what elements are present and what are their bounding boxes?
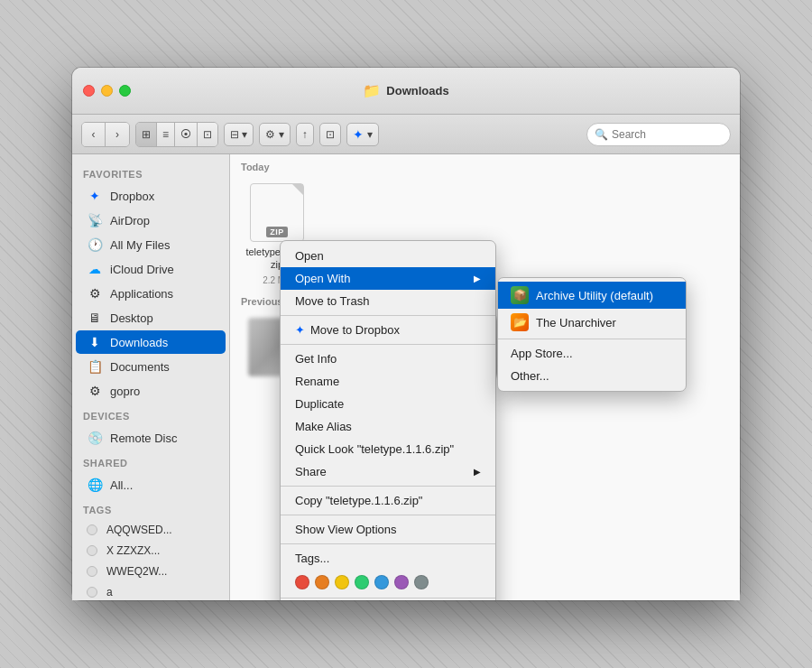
zip-file-icon: ZIP	[250, 183, 304, 242]
dropbox-button[interactable]: ✦ ▾	[346, 123, 379, 146]
tag-dot-red[interactable]	[295, 575, 309, 589]
ctx-tags[interactable]: Tags...	[281, 547, 495, 570]
content-area: Today ZIP teletype.1.1.6.zip 2.2 MB Prev…	[230, 154, 740, 600]
share-button[interactable]: ↑	[296, 123, 314, 146]
ctx-sep-6	[281, 598, 495, 598]
sidebar-label-applications: Applications	[110, 287, 173, 301]
tag-label-2: X ZZXZX...	[106, 544, 160, 557]
sidebar-item-airdrop[interactable]: 📡 AirDrop	[76, 209, 226, 232]
submenu-app-store[interactable]: App Store...	[498, 342, 686, 365]
fullscreen-button[interactable]: ⊡	[319, 123, 341, 146]
sidebar-item-desktop[interactable]: 🖥 Desktop	[76, 306, 226, 329]
all-files-icon: 🕐	[87, 237, 103, 253]
sidebar-item-all-shared[interactable]: 🌐 All...	[76, 473, 226, 496]
sidebar-item-documents[interactable]: 📋 Documents	[76, 355, 226, 378]
tags-header: Tags	[72, 497, 229, 519]
sidebar-label-desktop: Desktop	[110, 311, 153, 325]
tags-dots	[281, 570, 495, 595]
archive-utility-icon: 📦	[511, 286, 529, 304]
close-button[interactable]	[83, 85, 95, 97]
submenu-sep-1	[498, 339, 686, 339]
ctx-get-info-label: Get Info	[295, 352, 481, 366]
ctx-duplicate[interactable]: Duplicate	[281, 393, 495, 415]
sidebar-item-dropbox[interactable]: ✦ Dropbox	[76, 184, 226, 208]
ctx-sep-2	[281, 344, 495, 345]
ctx-open[interactable]: Open	[281, 245, 495, 267]
view-list-button[interactable]: ≡	[157, 123, 175, 146]
folder-icon: 📁	[363, 82, 381, 99]
sidebar-item-all-my-files[interactable]: 🕐 All My Files	[76, 233, 226, 256]
sidebar-item-downloads[interactable]: ⬇ Downloads	[76, 330, 226, 354]
forward-button[interactable]: ›	[106, 123, 129, 146]
view-cover-button[interactable]: ⊡	[198, 123, 217, 146]
search-icon: 🔍	[595, 128, 608, 141]
titlebar: 📁 Downloads	[72, 68, 740, 115]
submenu-unarchiver[interactable]: 📂 The Unarchiver	[498, 309, 686, 336]
sidebar-label-gopro: gopro	[110, 385, 140, 398]
ctx-show-view-options[interactable]: Show View Options	[281, 518, 495, 541]
sidebar-item-icloud-drive[interactable]: ☁ iCloud Drive	[76, 257, 226, 281]
view-options: ⊞ ≡ ⦿ ⊡	[135, 122, 218, 147]
tag-dot-4	[87, 587, 97, 598]
sidebar-tag-1[interactable]: AQQWSED...	[76, 520, 226, 540]
ctx-copy-label: Copy "teletype.1.1.6.zip"	[295, 494, 481, 507]
maximize-button[interactable]	[119, 85, 131, 97]
submenu-other[interactable]: Other...	[498, 365, 686, 387]
ctx-get-info[interactable]: Get Info	[281, 348, 495, 370]
tag-dot-purple[interactable]	[394, 575, 409, 589]
ctx-sep-3	[281, 486, 495, 487]
action-button[interactable]: ⚙ ▾	[259, 123, 290, 146]
sidebar-label-all-shared: All...	[110, 478, 133, 492]
ctx-move-to-trash[interactable]: Move to Trash	[281, 290, 495, 312]
tag-dot-green[interactable]	[355, 575, 369, 589]
gopro-icon: ⚙	[87, 383, 103, 399]
submenu-archive-utility[interactable]: 📦 Archive Utility (default)	[498, 282, 686, 309]
view-column-button[interactable]: ⦿	[175, 123, 198, 146]
ctx-share-arrow-icon: ▶	[474, 467, 481, 477]
ctx-rename[interactable]: Rename	[281, 370, 495, 393]
sidebar-tag-2[interactable]: X ZZXZX...	[76, 541, 226, 561]
forward-icon: ›	[115, 128, 119, 141]
tag-dot-blue[interactable]	[374, 575, 389, 589]
ctx-share[interactable]: Share ▶	[281, 460, 495, 483]
view-icon-button[interactable]: ⊞	[136, 123, 157, 146]
ctx-sep-5	[281, 543, 495, 544]
nav-buttons: ‹ ›	[81, 122, 130, 147]
back-icon: ‹	[92, 128, 96, 141]
app-store-label: App Store...	[511, 347, 573, 360]
ctx-open-with-label: Open With	[295, 272, 474, 285]
ctx-quick-look[interactable]: Quick Look "teletype.1.1.6.zip"	[281, 438, 495, 460]
shared-icon: 🌐	[87, 477, 103, 493]
sidebar-label-dropbox: Dropbox	[110, 190, 154, 203]
tag-label-1: AQQWSED...	[106, 524, 172, 536]
sidebar-label-all-my-files: All My Files	[110, 238, 170, 252]
ctx-make-alias[interactable]: Make Alias	[281, 415, 495, 438]
sidebar-item-gopro[interactable]: ⚙ gopro	[76, 379, 226, 403]
main-area: Favorites ✦ Dropbox 📡 AirDrop 🕐 All My F…	[72, 154, 740, 600]
search-input[interactable]	[612, 128, 723, 141]
sidebar-label-remote-disc: Remote Disc	[110, 431, 177, 445]
sidebar-tag-4[interactable]: a	[76, 582, 226, 600]
ctx-open-with[interactable]: Open With ▶	[281, 267, 495, 290]
ctx-move-to-dropbox[interactable]: ✦Move to Dropbox	[281, 319, 495, 341]
tag-dot-1	[87, 524, 97, 535]
sidebar-item-remote-disc[interactable]: 💿 Remote Disc	[76, 426, 226, 450]
back-button[interactable]: ‹	[82, 123, 106, 146]
minimize-button[interactable]	[101, 85, 113, 97]
view-arrange-button[interactable]: ⊟ ▾	[224, 123, 254, 146]
remote-disc-icon: 💿	[87, 430, 103, 446]
tag-dot-gray[interactable]	[414, 575, 429, 589]
ctx-make-alias-label: Make Alias	[295, 420, 481, 433]
tag-dot-3	[87, 566, 97, 577]
tag-dot-yellow[interactable]	[335, 575, 349, 589]
ctx-arrow-icon: ▶	[474, 274, 481, 283]
sidebar: Favorites ✦ Dropbox 📡 AirDrop 🕐 All My F…	[72, 154, 230, 600]
archive-utility-label: Archive Utility (default)	[536, 289, 653, 302]
sidebar-item-applications[interactable]: ⚙ Applications	[76, 282, 226, 305]
tag-label-3: WWEQ2W...	[106, 565, 167, 578]
ctx-copy[interactable]: Copy "teletype.1.1.6.zip"	[281, 489, 495, 512]
search-box[interactable]: 🔍	[586, 123, 731, 146]
sidebar-tag-3[interactable]: WWEQ2W...	[76, 561, 226, 581]
tag-dot-orange[interactable]	[315, 575, 329, 589]
context-menu: Open Open With ▶ Move to Trash ✦Move to …	[280, 240, 496, 600]
